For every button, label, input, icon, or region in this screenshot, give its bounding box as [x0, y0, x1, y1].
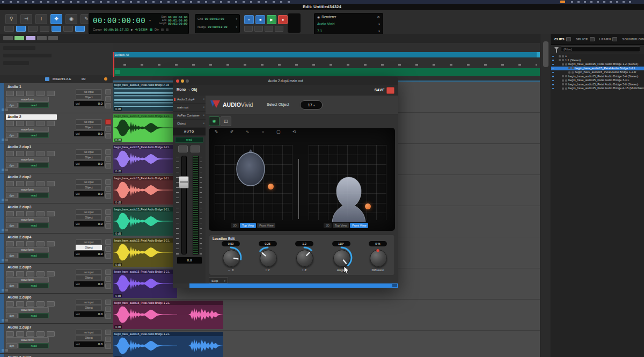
spatial-canvas[interactable]: ✎✐∿○▢⟲ — [209, 128, 395, 231]
track-button[interactable] — [16, 301, 24, 307]
toggle-button[interactable] — [4, 26, 14, 32]
track-volume[interactable]: vol0.0 — [74, 281, 104, 287]
counter-caret-icon[interactable]: ▾ — [149, 18, 151, 22]
track-button[interactable] — [36, 241, 45, 246]
track-button[interactable] — [47, 91, 55, 96]
elastic-icon[interactable] — [5, 199, 8, 201]
track-output-selector[interactable]: Object — [76, 185, 102, 190]
track-name[interactable]: Audio 2.dup3 — [6, 205, 57, 210]
canvas-tool-icon[interactable]: ○ — [260, 129, 266, 134]
elastic-icon[interactable] — [5, 229, 8, 231]
track-view-selector[interactable]: waveform — [6, 247, 49, 252]
grid-setting[interactable]: Grid00:00:01:00▾ — [195, 14, 239, 23]
audio-clip[interactable]: begin_have_audio15_Petal Audio Bridge 1-… — [113, 207, 177, 236]
track-name[interactable]: Audio 2.dup4 — [6, 235, 57, 240]
panel-tab[interactable]: CLIPS — [554, 37, 571, 41]
track-button[interactable] — [16, 331, 24, 337]
toggle-button[interactable] — [16, 26, 26, 32]
toggle-button[interactable] — [75, 26, 85, 32]
insert-position-selector[interactable]: main out▾ — [173, 104, 206, 112]
freeze-icon[interactable] — [2, 349, 4, 352]
track-output-selector[interactable]: Object — [76, 125, 102, 130]
track-selector[interactable]: Audio 2.dup4▾ — [173, 96, 206, 104]
nudge-setting[interactable]: Nudge00:00:01:00▾ — [195, 23, 239, 31]
track-input-selector[interactable]: no input — [76, 330, 102, 335]
record-enable-button[interactable] — [105, 300, 111, 305]
panel-tab[interactable]: LEARN — [599, 37, 618, 41]
transport-mini-button[interactable] — [254, 26, 263, 32]
track-button[interactable] — [6, 211, 14, 216]
fader-track[interactable] — [181, 156, 187, 254]
track-button[interactable] — [6, 301, 14, 307]
track-input-selector[interactable]: no input — [76, 300, 102, 305]
clip-list-item[interactable]: begin_have_audio15_Petal Audio Bridge 5-… — [551, 83, 644, 87]
track-output-selector[interactable]: Object — [76, 305, 102, 310]
track-button[interactable] — [26, 271, 34, 276]
plugin-window-resize-bar[interactable] — [189, 283, 398, 288]
audio-clip[interactable]: begin_have_audio15_Petal Audio Bridge 1-… — [113, 145, 177, 173]
track-volume[interactable]: vol0.0 — [74, 341, 104, 347]
record-enable-button[interactable] — [105, 89, 111, 94]
track-button[interactable] — [26, 331, 34, 337]
canvas-tool-icon[interactable]: ✐ — [229, 129, 235, 134]
clip-gain-badge[interactable]: 0 dB — [114, 201, 122, 204]
track-view-selector[interactable]: waveform — [6, 157, 49, 162]
track-dyn-button[interactable]: dyn — [6, 223, 18, 228]
track-dyn-button[interactable]: dyn — [6, 193, 18, 198]
clip-list-item[interactable]: begin_have_audio15_Petal Audio Bridge 1-… — [551, 67, 644, 71]
target-button[interactable]: ◉ — [209, 116, 219, 126]
parameter-knob[interactable]: 1.2 ↕ Z — [289, 241, 319, 272]
track-output-selector[interactable]: Object — [76, 94, 102, 100]
track-input-selector[interactable]: no input — [76, 269, 102, 275]
track-button[interactable] — [47, 181, 55, 186]
track-volume[interactable]: vol0.0 — [74, 131, 104, 136]
scrollbar-thumb[interactable] — [543, 41, 548, 67]
track-view-selector[interactable]: waveform — [6, 217, 49, 222]
mute-button[interactable] — [105, 103, 111, 108]
track-button[interactable] — [26, 241, 34, 246]
track-name[interactable]: Audio 2.dup2 — [6, 174, 57, 180]
track-dyn-button[interactable]: dyn — [6, 343, 18, 348]
audio-clip[interactable]: begin_have_audio15_Petal Audio Bridge 1-… — [113, 332, 223, 357]
track-name[interactable]: Audio 2 — [6, 114, 57, 120]
track-button[interactable] — [16, 91, 24, 96]
elastic-icon[interactable] — [5, 108, 8, 111]
elastic-icon[interactable] — [5, 139, 8, 141]
clip-list-item[interactable]: begin_have_audio15_Petal Audio Bridge 1-… — [551, 62, 644, 67]
mute-button[interactable] — [105, 193, 111, 199]
timeline-selection-bar[interactable]: Default: All — [113, 52, 540, 57]
mute-button[interactable] — [105, 283, 111, 289]
parameter-knob[interactable]: 0 % Diffusion — [363, 241, 393, 272]
track-button[interactable] — [47, 211, 55, 216]
track-name[interactable]: Audio 2.dup1 — [6, 144, 57, 150]
track-button[interactable] — [6, 271, 14, 276]
object-selector[interactable]: 17▾ — [300, 100, 323, 110]
mute-button[interactable] — [105, 344, 111, 349]
track-volume[interactable]: vol0.0 — [74, 191, 104, 196]
renderer-engine[interactable]: Audio Vivid▾ — [314, 20, 383, 27]
automation-mode[interactable]: read — [175, 137, 203, 143]
fader-handle[interactable] — [179, 176, 189, 188]
track-name[interactable]: Audio 2.dup7 — [6, 325, 57, 330]
track-output-selector[interactable]: Object — [76, 155, 102, 160]
track-button[interactable] — [16, 151, 24, 156]
audio-clip[interactable]: begin_have_audio15_Petal Audio Bridge A-… — [113, 83, 177, 111]
view-toggle-button[interactable]: Top View — [333, 223, 349, 228]
solo-button[interactable] — [105, 126, 111, 132]
track-output-selector[interactable]: Object — [76, 245, 102, 250]
timecode-ruler[interactable]: 00:00:05:0000:00:10:0000:00:15:0000:00:2… — [115, 58, 539, 63]
view-toggle-button[interactable]: Front View — [257, 223, 275, 228]
track-button[interactable] — [26, 211, 34, 216]
elastic-icon[interactable] — [5, 259, 8, 261]
clip-list-item[interactable]: 1 — [551, 54, 644, 59]
clip-list-item[interactable]: begin_have_audio15_Petal Audio Bridge 3-… — [551, 75, 644, 79]
track-output-selector[interactable]: Object — [76, 275, 102, 280]
track-button[interactable] — [36, 151, 45, 156]
edit-tool-button[interactable]: I — [35, 14, 47, 24]
parameter-knob[interactable]: 110° Angle — [326, 241, 356, 272]
transport-button[interactable]: ■ — [255, 15, 265, 24]
panel-tab[interactable]: SPLICE — [576, 37, 595, 41]
freeze-icon[interactable] — [2, 199, 4, 201]
freeze-icon[interactable] — [2, 108, 4, 111]
renderer-header[interactable]: ◉ Renderer ⚙ — [314, 13, 383, 20]
